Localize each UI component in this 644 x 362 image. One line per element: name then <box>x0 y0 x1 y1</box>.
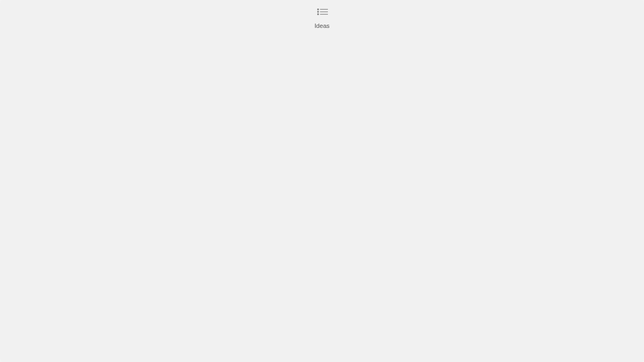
format-ideas[interactable]: Ideas <box>462 78 620 358</box>
format-panel: Format ParagraphEmailBlog postIdeas <box>469 218 613 276</box>
discover-sidebar: Discover Chat Compose Overview Site Info… <box>462 38 620 359</box>
